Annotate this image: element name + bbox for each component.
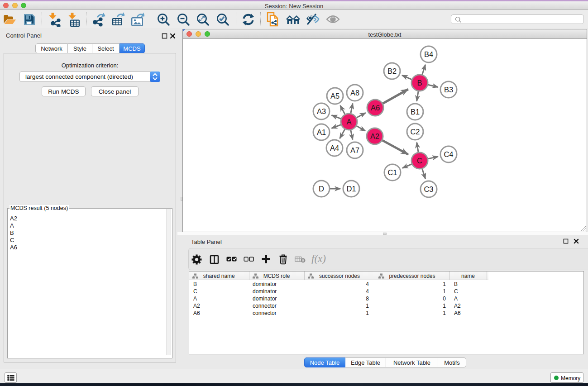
svg-text:B4: B4 — [424, 50, 433, 58]
svg-text:B1: B1 — [411, 108, 420, 116]
svg-text:C: C — [417, 157, 422, 165]
svg-text:A: A — [346, 118, 351, 126]
svg-text:A6: A6 — [371, 104, 380, 112]
svg-text:A2: A2 — [370, 132, 379, 140]
svg-text:B: B — [417, 79, 422, 87]
svg-text:A5: A5 — [330, 92, 339, 100]
svg-text:C2: C2 — [410, 128, 420, 136]
svg-text:A7: A7 — [350, 146, 359, 154]
svg-text:D: D — [319, 185, 324, 193]
svg-text:C4: C4 — [444, 150, 453, 158]
svg-text:C1: C1 — [387, 168, 397, 176]
svg-text:B2: B2 — [387, 67, 397, 75]
svg-text:D1: D1 — [346, 185, 356, 193]
svg-text:C3: C3 — [424, 185, 433, 193]
svg-text:B3: B3 — [444, 86, 453, 94]
svg-text:A1: A1 — [317, 128, 326, 136]
svg-text:A8: A8 — [350, 89, 359, 97]
svg-text:A3: A3 — [317, 107, 326, 115]
svg-text:A4: A4 — [330, 144, 339, 152]
